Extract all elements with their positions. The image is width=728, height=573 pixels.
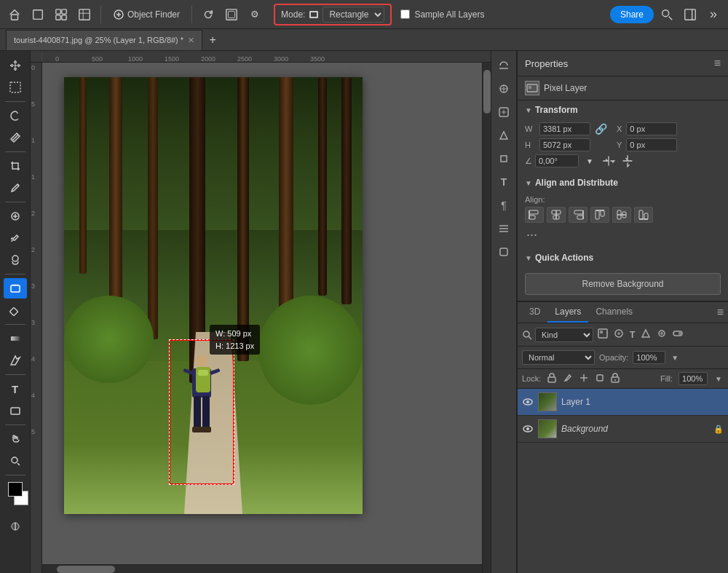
flip-v-btn[interactable] [620, 154, 636, 167]
foreground-swatch[interactable] [8, 482, 23, 497]
lock-brush-btn[interactable] [563, 373, 573, 385]
artboard-button[interactable] [74, 4, 95, 25]
move-tool-button[interactable] [51, 4, 71, 25]
tab-channels[interactable]: Channels [588, 302, 640, 323]
lock-artboard-btn[interactable] [595, 373, 605, 385]
x-input[interactable] [626, 122, 677, 135]
filter-effect-btn[interactable] [655, 327, 668, 342]
opacity-dropdown[interactable]: ▼ [670, 352, 680, 363]
hand-tool[interactable] [4, 429, 27, 449]
eyedropper-tool[interactable] [4, 178, 27, 198]
remove-background-button[interactable]: Remove Background [525, 273, 721, 295]
lock-pixels-btn[interactable] [547, 373, 557, 385]
panel-layout-button[interactable] [680, 4, 700, 25]
clone-tool[interactable] [4, 250, 27, 270]
angle-dropdown-btn[interactable]: ▼ [582, 154, 598, 167]
y-input[interactable] [626, 138, 677, 151]
file-tab-close[interactable]: ✕ [188, 36, 194, 45]
lasso-tool[interactable] [4, 106, 27, 126]
gradient-tool[interactable] [4, 328, 27, 349]
st-btn-text[interactable]: T [494, 172, 514, 192]
select-lt[interactable] [4, 77, 27, 98]
move-tool-lt[interactable] [4, 55, 27, 76]
layer-item-layer1[interactable]: Layer 1 [518, 389, 728, 416]
object-select-tool[interactable] [4, 278, 27, 299]
lock-all-btn[interactable] [611, 373, 620, 385]
align-top-btn[interactable] [590, 207, 609, 223]
align-right-btn[interactable] [569, 207, 587, 223]
st-btn-5[interactable] [494, 149, 514, 169]
align-center-v-btn[interactable] [612, 207, 631, 223]
angle-input[interactable] [535, 154, 579, 167]
crop-tool[interactable] [4, 156, 27, 176]
quick-actions-header[interactable]: ▼ Quick Actions [518, 248, 728, 267]
quick-mask-button[interactable] [6, 518, 25, 534]
st-btn-1[interactable] [494, 55, 514, 76]
share-button[interactable]: Share [610, 6, 654, 23]
home-button[interactable] [4, 4, 25, 25]
background-visibility-btn[interactable] [522, 424, 534, 435]
transform-section-header[interactable]: ▼ Transform [518, 100, 728, 119]
settings-button[interactable]: ⚙ [245, 4, 265, 25]
filter-type-btn[interactable]: T [628, 328, 636, 341]
tab-layers[interactable]: Layers [547, 302, 588, 323]
properties-section: Properties ≡ Pixel Layer ▼ Transform W 🔗 [518, 51, 728, 301]
object-finder-button[interactable]: Object Finder [107, 6, 186, 23]
opacity-input[interactable] [633, 351, 665, 364]
select-tool-button[interactable] [28, 4, 48, 25]
ruler-vertical: 0 5 1 1 2 2 3 3 4 4 5 [31, 63, 42, 573]
tab-3d[interactable]: 3D [522, 302, 547, 323]
text-tool[interactable]: T [4, 379, 27, 399]
pixel-layer-row: Pixel Layer [518, 76, 728, 100]
align-bottom-btn[interactable] [634, 207, 653, 223]
lock-move-btn[interactable] [579, 373, 589, 385]
shape-tool[interactable] [4, 400, 27, 421]
zoom-lt-tool[interactable] [4, 451, 27, 471]
filter-shape-btn[interactable] [639, 327, 652, 342]
mode-selector-box: Mode: Rectangle Ellipse Lasso [274, 4, 392, 25]
filter-adjust-btn[interactable] [612, 327, 625, 342]
magic-wand-tool[interactable] [4, 127, 27, 148]
blend-mode-select[interactable]: Normal [522, 350, 595, 365]
scrollbar-horizontal[interactable] [42, 564, 482, 573]
filter-kind-select[interactable]: Kind [535, 328, 593, 342]
canvas-scroll[interactable]: W: 509 px H: 1213 px [42, 63, 491, 573]
align-section-header[interactable]: ▼ Align and Distribute [518, 173, 728, 192]
eraser-tool[interactable] [4, 300, 27, 320]
h-input[interactable] [539, 138, 590, 151]
zoom-button[interactable] [657, 4, 677, 25]
overflow-menu-button[interactable]: » [703, 4, 724, 25]
layer-item-background[interactable]: Background 🔒 [518, 416, 728, 443]
scrollbar-vertical[interactable] [482, 63, 491, 573]
canvas-with-ruler: 0 5 1 1 2 2 3 3 4 4 5 [31, 63, 491, 573]
fill-input[interactable] [678, 372, 708, 385]
svg-point-59 [523, 331, 529, 337]
align-left-btn[interactable] [525, 207, 544, 223]
fit-button[interactable] [221, 4, 242, 25]
more-btn[interactable]: ··· [525, 226, 539, 243]
st-btn-4[interactable] [494, 125, 514, 146]
new-tab-button[interactable]: + [202, 30, 223, 50]
w-input[interactable] [539, 122, 590, 135]
st-btn-6[interactable] [494, 218, 514, 239]
properties-menu-button[interactable]: ≡ [714, 57, 721, 70]
st-btn-7[interactable] [494, 242, 514, 262]
sample-all-checkbox[interactable] [400, 9, 410, 19]
st-btn-2[interactable] [494, 79, 514, 99]
mode-dropdown[interactable]: Rectangle Ellipse Lasso [323, 7, 384, 23]
flip-h-btn[interactable] [601, 154, 617, 167]
svg-line-24 [17, 463, 20, 465]
refresh-button[interactable] [198, 4, 218, 25]
pen-tool[interactable] [4, 350, 27, 371]
heal-tool[interactable] [4, 206, 27, 226]
layer1-visibility-btn[interactable] [522, 397, 534, 408]
filter-pixel-btn[interactable] [596, 327, 609, 342]
brush-tool[interactable] [4, 228, 27, 248]
layers-menu-button[interactable]: ≡ [717, 306, 724, 319]
file-tab-active[interactable]: tourist-4400871.jpg @ 25% (Layer 1, RGB/… [6, 30, 202, 50]
fill-dropdown[interactable]: ▼ [713, 374, 724, 384]
align-center-h-btn[interactable] [547, 207, 566, 223]
st-btn-para[interactable]: ¶ [494, 195, 514, 216]
filter-toggle-btn[interactable] [671, 327, 684, 342]
st-btn-3[interactable] [494, 102, 514, 122]
